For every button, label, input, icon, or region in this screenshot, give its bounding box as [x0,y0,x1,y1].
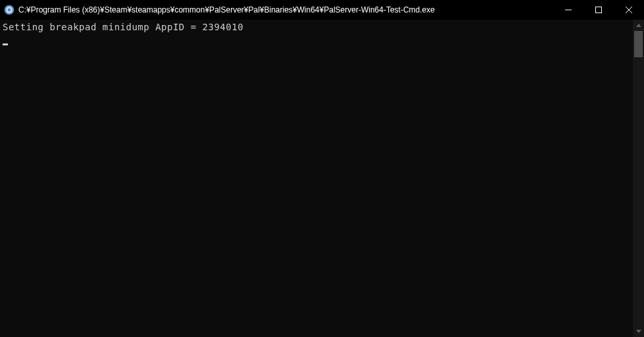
window-controls [553,0,644,20]
title-left: C:¥Program Files (x86)¥Steam¥steamapps¥c… [0,5,553,15]
svg-rect-4 [596,7,602,13]
scroll-thumb[interactable] [634,31,643,57]
minimize-button[interactable] [553,0,583,20]
app-icon [4,5,14,15]
scroll-down-button[interactable] [633,326,644,337]
vertical-scrollbar[interactable] [633,20,644,337]
scroll-track[interactable] [633,31,644,326]
title-bar: C:¥Program Files (x86)¥Steam¥steamapps¥c… [0,0,644,20]
console-line: Setting breakpad minidump AppID = 239401… [3,21,630,34]
maximize-button[interactable] [583,0,614,20]
scroll-up-button[interactable] [633,20,644,31]
console-content[interactable]: Setting breakpad minidump AppID = 239401… [0,20,633,337]
cursor-icon [3,43,8,45]
console-area: Setting breakpad minidump AppID = 239401… [0,20,644,337]
window-title: C:¥Program Files (x86)¥Steam¥steamapps¥c… [18,5,435,14]
close-button[interactable] [614,0,644,20]
svg-point-2 [8,9,11,12]
